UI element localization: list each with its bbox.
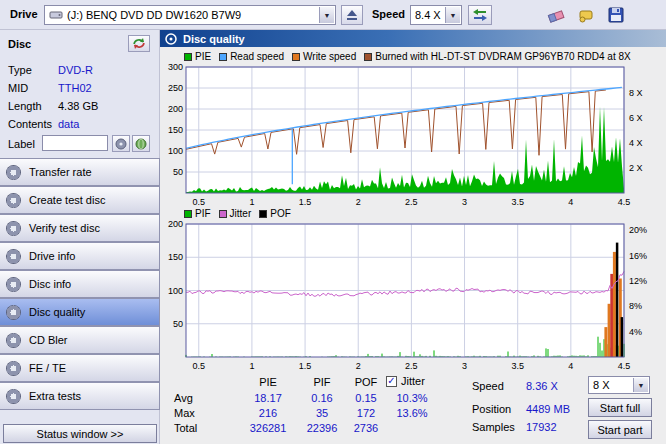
- nav-label: Drive info: [29, 250, 75, 262]
- speed-select[interactable]: 8.4 X: [410, 5, 462, 25]
- svg-text:2.5: 2.5: [405, 361, 418, 371]
- page-title-bar: Disc quality: [160, 30, 666, 47]
- eject-icon: [347, 10, 357, 20]
- start-full-button[interactable]: Start full: [588, 398, 652, 417]
- label-options-button[interactable]: [132, 135, 150, 152]
- label-input[interactable]: [42, 135, 108, 151]
- svg-text:4%: 4%: [629, 327, 642, 337]
- nav-label: Disc info: [29, 278, 71, 290]
- svg-text:2 X: 2 X: [629, 163, 643, 173]
- legend-label: Read speed: [230, 51, 284, 62]
- refresh-speed-button[interactable]: [468, 5, 492, 25]
- pie-column-header: PIE: [240, 376, 296, 388]
- samples-value: 17932: [526, 421, 557, 433]
- svg-text:200: 200: [168, 220, 183, 229]
- svg-text:3.5: 3.5: [511, 361, 524, 371]
- pif-swatch: [184, 210, 192, 218]
- svg-text:150: 150: [168, 125, 183, 135]
- eject-button[interactable]: [341, 5, 363, 25]
- sidebar: Disc Type DVD-R MID TTH02 Length 4.38 GB…: [0, 30, 160, 444]
- read-label-button[interactable]: [112, 135, 130, 152]
- sidebar-item-disc-quality[interactable]: Disc quality: [0, 298, 160, 326]
- disc-icon: [6, 221, 21, 236]
- pie-swatch: [184, 53, 192, 61]
- total-pif-value: 22396: [300, 422, 344, 434]
- disc-icon: [6, 193, 21, 208]
- sidebar-item-fe-te[interactable]: FE / TE: [0, 354, 160, 382]
- jitter-swatch: [219, 210, 227, 218]
- svg-text:6 X: 6 X: [629, 113, 643, 123]
- svg-text:8 X: 8 X: [629, 88, 643, 98]
- svg-text:100: 100: [168, 146, 183, 156]
- samples-label: Samples: [472, 421, 515, 433]
- svg-text:8%: 8%: [629, 301, 642, 311]
- max-pie-value: 216: [240, 407, 296, 419]
- sidebar-item-cd-bler[interactable]: CD Bler: [0, 326, 160, 354]
- svg-text:300: 300: [168, 63, 183, 72]
- sidebar-item-create-test-disc[interactable]: Create test disc: [0, 186, 160, 214]
- chevron-down-icon: [319, 7, 334, 23]
- legend-label: POF: [270, 208, 291, 219]
- drive-select[interactable]: (J:) BENQ DVD DD DW1620 B7W9: [44, 5, 336, 25]
- start-part-button[interactable]: Start part: [588, 420, 652, 439]
- pif-jitter-chart: 0.511.522.533.544.52001501005020%16%12%8…: [160, 220, 666, 376]
- pof-swatch: [259, 210, 267, 218]
- avg-pif-value: 0.16: [300, 392, 344, 404]
- hand-tool-button[interactable]: [573, 4, 599, 26]
- avg-pof-value: 0.15: [346, 392, 386, 404]
- length-value: 4.38 GB: [58, 100, 98, 112]
- nav-label: CD Bler: [29, 334, 68, 346]
- svg-text:200: 200: [168, 104, 183, 114]
- erase-disc-button[interactable]: [543, 4, 569, 26]
- jitter-checkbox[interactable]: [386, 376, 397, 387]
- avg-row-label: Avg: [174, 392, 193, 404]
- nav-label: Disc quality: [29, 306, 85, 318]
- scan-speed-select[interactable]: 8 X: [588, 376, 650, 394]
- disc-icon: [6, 389, 21, 404]
- read-speed-swatch: [219, 53, 227, 61]
- scan-speed-value: 8.36 X: [526, 380, 558, 392]
- position-label: Position: [472, 403, 511, 415]
- total-pie-value: 326281: [240, 422, 296, 434]
- read-disc-button[interactable]: [128, 35, 150, 52]
- type-label: Type: [8, 64, 32, 76]
- mini-globe-icon: [135, 138, 147, 150]
- avg-jitter-value: 10.3%: [390, 392, 434, 404]
- svg-text:20%: 20%: [629, 225, 647, 235]
- refresh-disc-icon: [132, 37, 146, 50]
- avg-pie-value: 18.17: [240, 392, 296, 404]
- scan-speed-label: Speed: [472, 380, 504, 392]
- page-title: Disc quality: [183, 33, 245, 45]
- disc-quality-icon: [165, 33, 177, 45]
- svg-text:3: 3: [462, 197, 467, 207]
- eraser-icon: [546, 8, 566, 23]
- sidebar-item-extra-tests[interactable]: Extra tests: [0, 382, 160, 410]
- save-button[interactable]: [603, 4, 629, 26]
- sidebar-item-verify-test-disc[interactable]: Verify test disc: [0, 214, 160, 242]
- speed-select-value: 8.4 X: [415, 9, 441, 21]
- legend-label: PIF: [195, 208, 211, 219]
- svg-text:3.5: 3.5: [511, 197, 524, 207]
- status-window-button[interactable]: Status window >>: [3, 424, 157, 443]
- jitter-column-header: Jitter: [386, 375, 425, 387]
- disc-section-title: Disc: [8, 38, 31, 50]
- nav-label: Extra tests: [29, 390, 81, 402]
- drive-select-value: (J:) BENQ DVD DD DW1620 B7W9: [67, 9, 241, 21]
- chart2-legend: PIF Jitter POF: [184, 208, 291, 219]
- sidebar-item-transfer-rate[interactable]: Transfer rate: [0, 158, 160, 186]
- svg-text:1.5: 1.5: [299, 197, 312, 207]
- speed-label: Speed: [372, 8, 405, 20]
- svg-text:1: 1: [249, 197, 254, 207]
- chart1-legend: PIE Read speed Write speed Burned with H…: [184, 51, 631, 62]
- max-pif-value: 35: [300, 407, 344, 419]
- svg-text:50: 50: [173, 319, 183, 329]
- sidebar-item-disc-info[interactable]: Disc info: [0, 270, 160, 298]
- svg-text:2: 2: [356, 361, 361, 371]
- svg-text:2: 2: [356, 197, 361, 207]
- legend-label: Write speed: [303, 51, 356, 62]
- svg-text:150: 150: [168, 252, 183, 262]
- disc-icon: [6, 249, 21, 264]
- drive-label: Drive: [10, 8, 38, 20]
- sidebar-item-drive-info[interactable]: Drive info: [0, 242, 160, 270]
- max-jitter-value: 13.6%: [390, 407, 434, 419]
